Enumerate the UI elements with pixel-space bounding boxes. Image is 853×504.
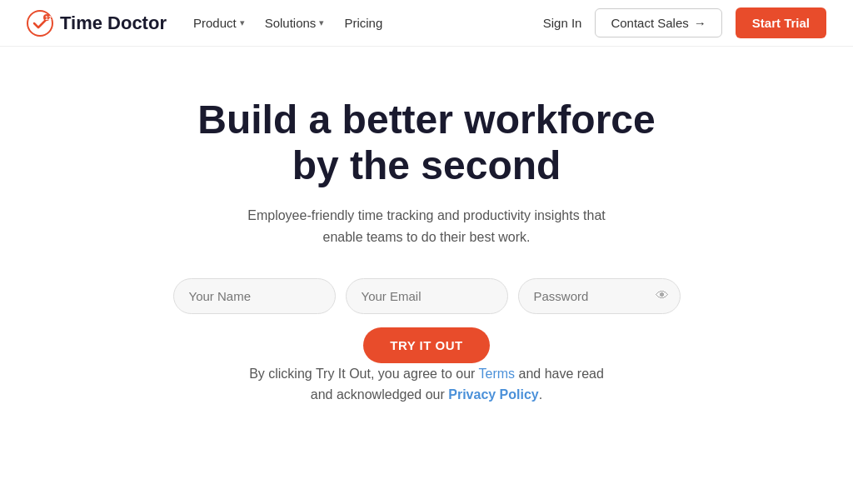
hero-subtext: Employee-friendly time tracking and prod… xyxy=(243,205,610,247)
terms-link[interactable]: Terms xyxy=(479,367,516,381)
start-trial-button[interactable]: Start Trial xyxy=(736,7,826,38)
logos-section: Join Over 250,000 Time Doctor Users Boos… xyxy=(0,469,853,504)
contact-sales-button[interactable]: Contact Sales → xyxy=(595,8,721,37)
nav-pricing[interactable]: Pricing xyxy=(344,16,382,30)
name-input[interactable] xyxy=(173,278,336,314)
logo-text: Time Doctor xyxy=(60,12,167,34)
logo-icon: 12 xyxy=(27,10,53,37)
signup-form: 👁 xyxy=(27,278,826,314)
password-wrap: 👁 xyxy=(518,278,681,314)
try-it-out-button[interactable]: TRY IT OUT xyxy=(363,327,490,363)
eye-icon[interactable]: 👁 xyxy=(656,288,669,303)
nav-right: Sign In Contact Sales → Start Trial xyxy=(543,7,826,38)
email-input[interactable] xyxy=(346,278,508,314)
hero-headline: Build a better workforce by the second xyxy=(27,97,826,188)
arrow-icon: → xyxy=(694,16,706,30)
navigation: 12 Time Doctor Product ▾ Solutions ▾ Pri… xyxy=(0,0,853,47)
chevron-down-icon: ▾ xyxy=(319,17,324,28)
signin-link[interactable]: Sign In xyxy=(543,16,582,30)
svg-text:12: 12 xyxy=(45,15,52,21)
hero-section: Build a better workforce by the second E… xyxy=(0,47,853,469)
chevron-down-icon: ▾ xyxy=(240,17,245,28)
privacy-link[interactable]: Privacy Policy xyxy=(448,387,539,402)
nav-product[interactable]: Product ▾ xyxy=(193,16,245,30)
logo-link[interactable]: 12 Time Doctor xyxy=(27,10,167,37)
nav-links: Product ▾ Solutions ▾ Pricing xyxy=(193,16,382,30)
legal-text: By clicking Try It Out, you agree to our… xyxy=(243,363,610,406)
nav-solutions[interactable]: Solutions ▾ xyxy=(265,16,325,30)
